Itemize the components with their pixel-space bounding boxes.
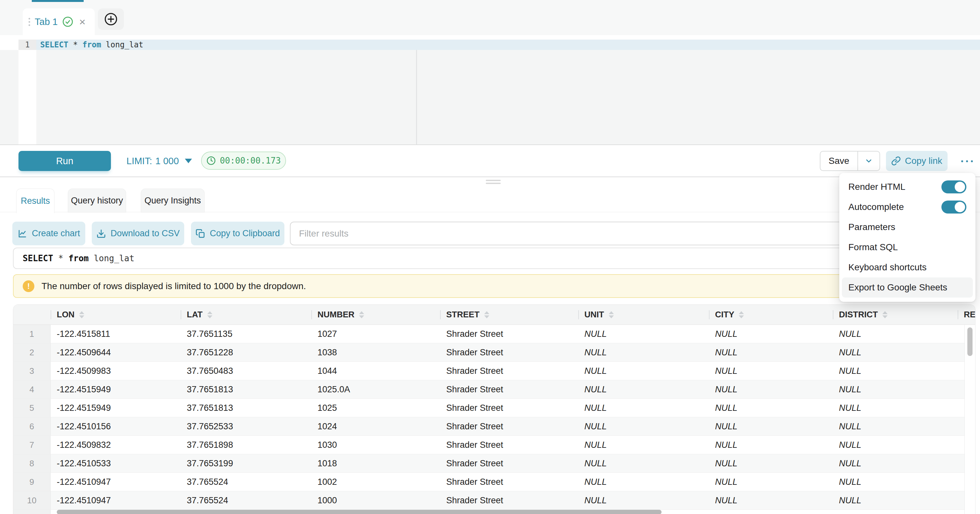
close-tab-icon[interactable]: × (79, 16, 86, 27)
column-header-label: LAT (187, 310, 203, 319)
menu-item-export-to-google-sheets[interactable]: Export to Google Sheets (842, 278, 973, 298)
table-cell: NULL (578, 491, 709, 509)
save-options-button[interactable] (858, 152, 880, 170)
sql-text: * (68, 40, 83, 49)
column-header-label: UNIT (584, 310, 604, 319)
tab-query-insights[interactable]: Query Insights (141, 188, 205, 212)
column-header-lat[interactable]: LAT (181, 305, 311, 324)
sort-icon[interactable] (207, 311, 212, 318)
table-cell: NULL (833, 399, 958, 417)
sort-icon[interactable] (739, 311, 744, 318)
sort-icon[interactable] (882, 311, 888, 318)
menu-item-autocomplete[interactable]: Autocomplete (842, 197, 973, 217)
row-number: 3 (13, 362, 51, 380)
table-cell: Shrader Street (440, 491, 578, 509)
menu-item-label: Autocomplete (848, 202, 904, 212)
table-row: 5-122.451594937.76518131025Shrader Stree… (13, 399, 964, 417)
column-header-number[interactable]: NUMBER (311, 305, 440, 324)
vertical-scrollbar[interactable] (964, 325, 975, 514)
create-chart-label: Create chart (32, 228, 80, 238)
table-cell: 1030 (311, 436, 440, 454)
limit-value: 1 000 (155, 156, 179, 166)
sql-text: * (53, 254, 68, 263)
table-cell: 1000 (311, 491, 440, 509)
menu-item-parameters[interactable]: Parameters (842, 217, 973, 237)
table-cell: NULL (578, 380, 709, 399)
table-cell: NULL (709, 380, 833, 399)
column-header-label: STREET (446, 310, 480, 319)
sql-text: long_lat (101, 40, 143, 49)
clock-icon (206, 156, 216, 166)
column-header-lon[interactable]: LON (51, 305, 181, 324)
table-cell: Shrader Street (440, 454, 578, 472)
column-header-district[interactable]: DISTRICT (833, 305, 958, 324)
copy-clipboard-label: Copy to Clipboard (210, 228, 280, 238)
plus-circle-icon (104, 12, 118, 26)
results-tab-row: ResultsQuery historyQuery Insights (0, 188, 980, 212)
table-cell: 37.7651813 (181, 399, 311, 417)
chart-icon (18, 229, 27, 238)
table-cell: NULL (709, 362, 833, 380)
column-header-re[interactable]: RE (958, 305, 975, 324)
sort-icon[interactable] (79, 311, 84, 318)
table-cell: NULL (709, 510, 833, 514)
table-cell: NULL (578, 362, 709, 380)
panel-resize-handle[interactable] (486, 180, 501, 185)
table-cell: -122.4510947 (51, 491, 181, 509)
sort-icon[interactable] (484, 311, 489, 318)
query-timer-badge: 00:00:00.173 (201, 152, 286, 170)
table-cell: 1044 (311, 362, 440, 380)
table-cell: 37.765524 (181, 473, 311, 491)
tab-results[interactable]: Results (16, 188, 54, 213)
table-cell: 37.7651813 (181, 380, 311, 399)
copy-clipboard-button[interactable]: Copy to Clipboard (191, 222, 285, 245)
table-cell: 1018 (311, 454, 440, 472)
table-body: 1-122.451581137.76511351027Shrader Stree… (13, 325, 964, 514)
editor-line-number: 1 (19, 40, 36, 50)
table-cell: NULL (578, 473, 709, 491)
sort-icon[interactable] (359, 311, 364, 318)
column-header-city[interactable]: CITY (709, 305, 833, 324)
vertical-scrollbar-thumb[interactable] (967, 327, 972, 356)
menu-item-render-html[interactable]: Render HTML (842, 177, 973, 197)
table-cell: 37.7653199 (181, 454, 311, 472)
download-csv-button[interactable]: Download to CSV (92, 222, 184, 245)
column-header-unit[interactable]: UNIT (578, 305, 709, 324)
column-header-label: NUMBER (318, 310, 355, 319)
save-button[interactable]: Save (821, 152, 858, 170)
column-header-street[interactable]: STREET (440, 305, 578, 324)
table-cell: 37.7651135 (181, 325, 311, 343)
query-tab-1[interactable]: Tab 1 × (23, 8, 95, 35)
column-header-label: CITY (715, 310, 734, 319)
sort-icon[interactable] (609, 311, 614, 318)
table-row: 2-122.450964437.76512281038Shrader Stree… (13, 343, 964, 362)
table-row: 4-122.451594937.76518131025.0AShrader St… (13, 380, 964, 399)
chevron-down-icon (865, 157, 873, 165)
horizontal-scrollbar-thumb[interactable] (57, 510, 662, 514)
table-cell: 37.7650483 (181, 362, 311, 380)
run-button[interactable]: Run (19, 151, 111, 171)
table-cell: NULL (833, 343, 958, 361)
copy-link-button[interactable]: Copy link (886, 151, 948, 171)
sql-editor[interactable]: 1 SELECT * from long_lat (0, 35, 980, 145)
toggle-render-html[interactable] (942, 180, 966, 193)
menu-item-keyboard-shortcuts[interactable]: Keyboard shortcuts (842, 257, 973, 278)
editor-code-line[interactable]: SELECT * from long_lat (40, 40, 143, 50)
more-options-button[interactable] (957, 158, 977, 164)
limit-dropdown[interactable]: LIMIT: 1 000 (126, 151, 192, 171)
menu-item-label: Export to Google Sheets (848, 282, 947, 293)
editor-pane-divider (416, 50, 417, 144)
table-row: 7-122.450983237.76518981030Shrader Stree… (13, 436, 964, 454)
menu-item-label: Keyboard shortcuts (848, 262, 926, 273)
menu-item-format-sql[interactable]: Format SQL (842, 237, 973, 257)
sql-keyword: from (83, 40, 101, 49)
toggle-autocomplete[interactable] (942, 201, 966, 214)
table-row: 3-122.450998337.76504831044Shrader Stree… (13, 362, 964, 380)
create-chart-button[interactable]: Create chart (12, 222, 85, 245)
tab-query-history[interactable]: Query history (68, 188, 126, 212)
table-cell: -122.4510156 (51, 417, 181, 436)
add-tab-button[interactable] (98, 8, 124, 30)
save-split-button: Save (820, 151, 880, 171)
table-row: 10-122.451094737.7655241000Shrader Stree… (13, 491, 964, 510)
table-cell: Shrader Street (440, 417, 578, 436)
